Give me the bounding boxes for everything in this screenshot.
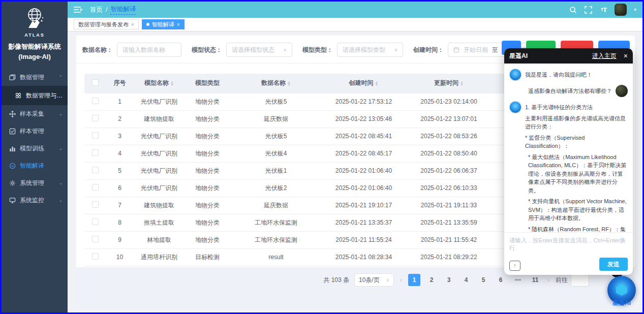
next-page-button[interactable]: › (546, 276, 550, 284)
sort-icon[interactable]: ▲▼ (460, 81, 464, 86)
breadcrumb-current[interactable]: 智能解译 (110, 5, 136, 15)
row-checkbox[interactable] (92, 218, 99, 225)
goto-page-input[interactable] (571, 273, 589, 287)
sidebar-item-sample-management[interactable]: 样本管理 (2, 122, 68, 140)
move-icon (9, 110, 16, 117)
monitor-icon (9, 197, 16, 204)
tab-intelligent-interpretation[interactable]: 智能解译 × (142, 19, 185, 29)
upload-file-icon[interactable] (509, 261, 520, 271)
app-root: ATLAS 影像智能解译系统 (Image-AI) 数据管理 ⌃ 数据管理与… (2, 2, 642, 312)
close-icon[interactable]: × (177, 22, 180, 27)
sidebar-menu: 数据管理 ⌃ 数据管理与… 样本采集 ⌄ 样本管理 (2, 69, 68, 312)
row-checkbox[interactable] (92, 132, 99, 139)
sidebar-item-label: 智能解译 (20, 162, 63, 170)
goto-label: 前往 (556, 276, 568, 285)
filter-model-status: 模型状态： 请选择模型状态 ∨ (192, 43, 292, 57)
page-button-2[interactable]: 2 (425, 274, 438, 286)
page-ellipsis[interactable]: ⋯ (512, 274, 524, 286)
page-size-select[interactable]: 10条/页 ∨ (354, 273, 394, 287)
select-all-checkbox[interactable] (92, 79, 99, 86)
chat-home-link[interactable]: 进入主页 (592, 52, 617, 60)
chat-input-placeholder[interactable]: 请输入，按Enter直接发送消息，Ctrl+Enter换行 (509, 237, 628, 252)
answer-paragraph: * 支持向量机（Support Vector Machine, SVM）：构造超… (525, 197, 628, 223)
page-button-3[interactable]: 3 (443, 274, 455, 286)
total-count: 共 103 条 (323, 276, 349, 285)
filter-data-name: 数据名称： (82, 43, 181, 57)
breadcrumb-home[interactable]: 首页 (90, 6, 103, 14)
sidebar-item-label: 系统监控 (20, 196, 58, 205)
close-icon[interactable]: × (131, 22, 134, 27)
page-size-value: 10条/页 (359, 276, 380, 285)
logo-text: ATLAS (24, 33, 44, 38)
page-button-1[interactable]: 1 (408, 274, 420, 286)
row-checkbox[interactable] (92, 98, 99, 104)
col-model-name[interactable]: 模型名称▲▼ (134, 74, 185, 93)
row-checkbox[interactable] (92, 236, 99, 242)
page-button-6[interactable]: 6 (495, 274, 507, 286)
sidebar-item-sample-collection[interactable]: 样本采集 ⌄ (2, 105, 68, 122)
tab-data-service-publish[interactable]: 数据管理与服务发布 × (74, 19, 139, 29)
top-header: 首页 / 智能解译 TT ▾ (68, 2, 642, 18)
chat-input-area: 请输入，按Enter直接发送消息，Ctrl+Enter换行 发送 (504, 232, 633, 275)
sort-icon[interactable]: ▲▼ (170, 81, 174, 86)
col-update-time[interactable]: 更新时间▲▼ (406, 74, 492, 93)
chevron-down-icon: ∨ (386, 277, 389, 282)
avatar-dropdown-caret-icon[interactable]: ▾ (634, 7, 636, 12)
sidebar-item-system-management[interactable]: 系统管理 ⌄ (2, 174, 68, 192)
sidebar-item-label: 样本采集 (20, 110, 58, 118)
fullscreen-icon[interactable] (584, 6, 592, 14)
row-checkbox[interactable] (92, 167, 99, 173)
sidebar-item-data-service-publish[interactable]: 数据管理与… (2, 86, 68, 105)
atlas-logo: ATLAS (2, 2, 68, 38)
sort-icon[interactable]: ▲▼ (375, 81, 379, 86)
main-area: 首页 / 智能解译 TT ▾ 数据管理与服务发布 × (68, 2, 642, 312)
goto-page: 前往 (556, 273, 589, 287)
col-data-name[interactable]: 数据名称▲▼ (230, 74, 322, 93)
sidebar-item-data-management[interactable]: 数据管理 ⌃ (2, 69, 68, 86)
model-status-select[interactable]: 请选择模型状态 ∨ (226, 43, 292, 57)
svg-text:AI: AI (11, 164, 14, 167)
sort-icon[interactable]: ▲▼ (287, 81, 291, 86)
send-button[interactable]: 发送 (599, 258, 628, 271)
font-size-icon[interactable]: TT (599, 6, 607, 14)
calendar-icon (453, 47, 459, 53)
data-name-input-wrap (117, 43, 181, 57)
row-checkbox[interactable] (92, 253, 99, 260)
globe-hand-icon (21, 6, 48, 32)
row-checkbox[interactable] (92, 149, 99, 156)
row-checkbox[interactable] (92, 184, 99, 191)
chat-header: 星遥AI 进入主页 × (504, 48, 633, 64)
search-icon[interactable] (569, 6, 577, 14)
close-icon[interactable]: × (624, 52, 628, 60)
prev-page-button[interactable]: ‹ (399, 276, 403, 284)
row-checkbox[interactable] (92, 201, 99, 208)
select-placeholder: 请选择模型状态 (232, 46, 274, 54)
bar-chart-icon (9, 145, 16, 152)
chevron-down-icon: ∨ (394, 47, 397, 52)
ai-cube-icon (616, 285, 627, 296)
data-name-input[interactable] (122, 46, 176, 53)
user-message: 遥感影像自动解译方法都有哪些？ (509, 85, 628, 97)
sidebar-item-label: 样本管理 (20, 127, 63, 136)
page-button-5[interactable]: 5 (477, 274, 489, 286)
user-avatar[interactable] (615, 4, 627, 16)
answer-paragraph: 1. 基于光谱特征的分类方法 (525, 103, 628, 112)
bot-answer: 1. 基于光谱特征的分类方法 主要利用遥感影像的多光谱或高光谱信息进行分类： *… (525, 101, 628, 232)
col-create-time[interactable]: 创建时间▲▼ (322, 74, 406, 93)
bot-avatar (509, 101, 522, 113)
row-checkbox[interactable] (92, 115, 99, 121)
app-title-line2: (Image-AI) (3, 52, 67, 62)
sidebar-item-intelligent-interpretation[interactable]: AI 智能解译 (2, 157, 68, 174)
breadcrumb-separator: / (106, 6, 107, 13)
ai-chat-panel: 星遥AI 进入主页 × 我是星遥，请向我提问吧！ 遥感影像自动解译方法都有哪些？… (504, 48, 633, 275)
model-type-select[interactable]: 请选择模型类型 ∨ (337, 43, 403, 57)
page-button-4[interactable]: 4 (460, 274, 472, 286)
date-start-placeholder: 开始日期 (464, 46, 488, 54)
collapse-sidebar-icon[interactable] (74, 6, 83, 13)
floating-ai-label: 星遥AI (607, 299, 636, 307)
page-button-11[interactable]: 11 (529, 274, 541, 286)
tab-label: 数据管理与服务发布 (78, 21, 129, 28)
sidebar-item-model-training[interactable]: 模型训练 ⌄ (2, 140, 68, 157)
answer-paragraph: * 最大似然法（Maximum Likelihood Classificatio… (525, 153, 628, 195)
sidebar-item-system-monitoring[interactable]: 系统监控 ⌄ (2, 192, 68, 209)
